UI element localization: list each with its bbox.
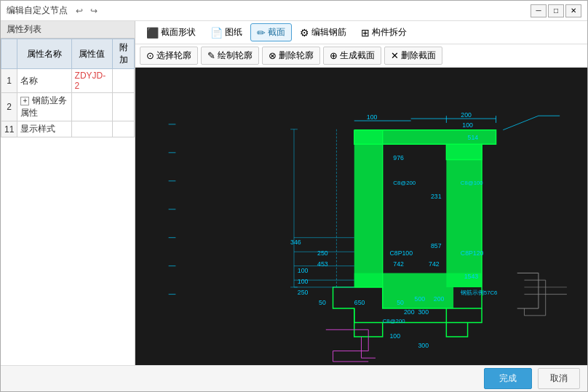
- svg-text:650: 650: [354, 299, 365, 306]
- svg-text:C8@200: C8@200: [393, 180, 416, 186]
- drawing-icon: 📄: [210, 27, 223, 39]
- svg-text:742: 742: [429, 260, 440, 268]
- title-bar: 编辑自定义节点 ↩ ↪ ─ □ ✕: [1, 1, 587, 21]
- left-panel: 属性列表 属性名称 属性值 附加 1 名称 ZDYJD-2: [1, 21, 135, 365]
- table-row: 1 名称 ZDYJD-2: [1, 69, 135, 93]
- svg-text:100: 100: [389, 332, 400, 340]
- delete-section-button[interactable]: ✕ 删除截面: [384, 47, 442, 65]
- undo-button[interactable]: ↩: [74, 5, 85, 17]
- prop-name-11: 显示样式: [17, 121, 71, 137]
- svg-text:C8@100: C8@100: [461, 180, 484, 186]
- tab-component-label: 构件拆分: [372, 26, 407, 39]
- tab-cross-shape-label: 截面形状: [161, 26, 196, 39]
- svg-marker-9: [354, 130, 383, 287]
- svg-text:453: 453: [317, 260, 328, 268]
- delete-section-label: 删除截面: [401, 49, 436, 62]
- svg-text:500: 500: [415, 295, 426, 303]
- table-row: 11 显示样式: [1, 121, 135, 137]
- cad-canvas[interactable]: 200 100 100 514 976 C8@200 C8@100 231: [135, 68, 587, 365]
- delete-outline-button[interactable]: ⊗ 删除轮廓: [262, 47, 320, 65]
- maximize-button[interactable]: □: [548, 4, 564, 17]
- svg-text:200: 200: [461, 111, 472, 119]
- svg-text:200: 200: [434, 295, 445, 303]
- svg-text:100: 100: [367, 113, 378, 121]
- prop-value-2: [71, 93, 112, 121]
- close-button[interactable]: ✕: [565, 4, 581, 17]
- generate-label: 生成截面: [340, 49, 375, 62]
- right-panel: ⬛ 截面形状 📄 图纸 ✏ 截面 ⚙ 编辑钢筋 ⊞ 构件拆分: [135, 21, 587, 365]
- svg-text:250: 250: [317, 249, 328, 257]
- main-content: 属性列表 属性名称 属性值 附加 1 名称 ZDYJD-2: [1, 21, 587, 365]
- cad-svg: 200 100 100 514 976 C8@200 C8@100 231: [135, 68, 587, 365]
- delete-section-icon: ✕: [391, 50, 399, 61]
- tab-component[interactable]: ⊞ 构件拆分: [354, 23, 413, 41]
- col-num: [1, 39, 17, 69]
- col-value: 属性值: [71, 39, 112, 69]
- finish-button[interactable]: 完成: [484, 368, 532, 389]
- prop-name-1: 名称: [17, 69, 71, 93]
- svg-text:514: 514: [468, 134, 479, 141]
- tab-section-label: 截面: [268, 26, 285, 39]
- col-add: 附加: [113, 39, 135, 69]
- svg-text:50: 50: [397, 299, 404, 306]
- select-outline-icon: ⊙: [146, 50, 154, 61]
- svg-text:200: 200: [404, 308, 415, 316]
- prop-value-11: [71, 121, 112, 137]
- svg-text:50: 50: [319, 299, 326, 306]
- col-name: 属性名称: [17, 39, 71, 69]
- delete-outline-icon: ⊗: [269, 50, 277, 61]
- prop-value-1[interactable]: ZDYJD-2: [71, 69, 112, 93]
- prop-add-2: [113, 93, 135, 121]
- tab-drawing-label: 图纸: [225, 26, 242, 39]
- svg-text:C8@200: C8@200: [383, 318, 406, 324]
- table-row: 2 + 钢筋业务属性: [1, 93, 135, 121]
- draw-outline-icon: ✎: [207, 50, 215, 61]
- tab-edit-rebar[interactable]: ⚙ 编辑钢筋: [293, 23, 353, 41]
- svg-text:300: 300: [418, 308, 429, 316]
- tab-cross-shape[interactable]: ⬛ 截面形状: [140, 23, 202, 41]
- select-outline-label: 选择轮廓: [156, 49, 191, 62]
- svg-text:100: 100: [298, 267, 309, 274]
- delete-outline-label: 删除轮廓: [279, 49, 314, 62]
- main-window: 编辑自定义节点 ↩ ↪ ─ □ ✕ 属性列表 属性名称 属性值 附加: [0, 0, 588, 392]
- component-icon: ⊞: [361, 27, 370, 39]
- prop-add-1: [113, 69, 135, 93]
- row-number: 1: [1, 69, 17, 93]
- expand-button-2[interactable]: +: [20, 97, 29, 105]
- svg-text:C8P100: C8P100: [389, 249, 413, 257]
- svg-text:976: 976: [393, 154, 404, 161]
- svg-text:300: 300: [418, 342, 429, 349]
- left-panel-title: 属性列表: [1, 21, 135, 39]
- draw-outline-button[interactable]: ✎ 绘制轮廓: [201, 47, 259, 65]
- svg-marker-10: [446, 144, 482, 287]
- toolbar-row2: ⊙ 选择轮廓 ✎ 绘制轮廓 ⊗ 删除轮廓 ⊕ 生成截面 ✕ 删除截面: [135, 44, 587, 68]
- minimize-button[interactable]: ─: [531, 4, 547, 17]
- property-table: 属性名称 属性值 附加 1 名称 ZDYJD-2 2: [1, 39, 135, 137]
- title-bar-left: 编辑自定义节点 ↩ ↪: [7, 4, 100, 17]
- svg-text:742: 742: [393, 260, 404, 268]
- svg-text:1543: 1543: [464, 273, 479, 280]
- row-number-11: 11: [1, 121, 17, 137]
- select-outline-button[interactable]: ⊙ 选择轮廓: [140, 47, 198, 65]
- edit-rebar-icon: ⚙: [300, 27, 309, 39]
- svg-text:231: 231: [431, 193, 442, 200]
- cross-shape-icon: ⬛: [146, 27, 159, 39]
- title-icons: ↩ ↪: [74, 5, 100, 17]
- svg-text:钢筋示例57C6: 钢筋示例57C6: [460, 289, 498, 296]
- window-title: 编辑自定义节点: [7, 4, 68, 17]
- svg-text:100: 100: [298, 278, 309, 285]
- tab-drawing[interactable]: 📄 图纸: [204, 23, 249, 41]
- redo-button[interactable]: ↪: [88, 5, 100, 17]
- window-controls: ─ □ ✕: [531, 4, 581, 17]
- generate-section-button[interactable]: ⊕ 生成截面: [323, 47, 381, 65]
- tab-section[interactable]: ✏ 截面: [250, 23, 292, 41]
- draw-outline-label: 绘制轮廓: [218, 49, 253, 62]
- svg-text:C8P120: C8P120: [461, 249, 484, 257]
- svg-text:100: 100: [462, 121, 473, 129]
- generate-icon: ⊕: [330, 50, 338, 61]
- svg-text:857: 857: [431, 242, 442, 249]
- toolbar-row1: ⬛ 截面形状 📄 图纸 ✏ 截面 ⚙ 编辑钢筋 ⊞ 构件拆分: [135, 21, 587, 44]
- cancel-button[interactable]: 取消: [538, 368, 580, 389]
- tab-edit-rebar-label: 编辑钢筋: [311, 26, 346, 39]
- section-icon: ✏: [257, 27, 266, 39]
